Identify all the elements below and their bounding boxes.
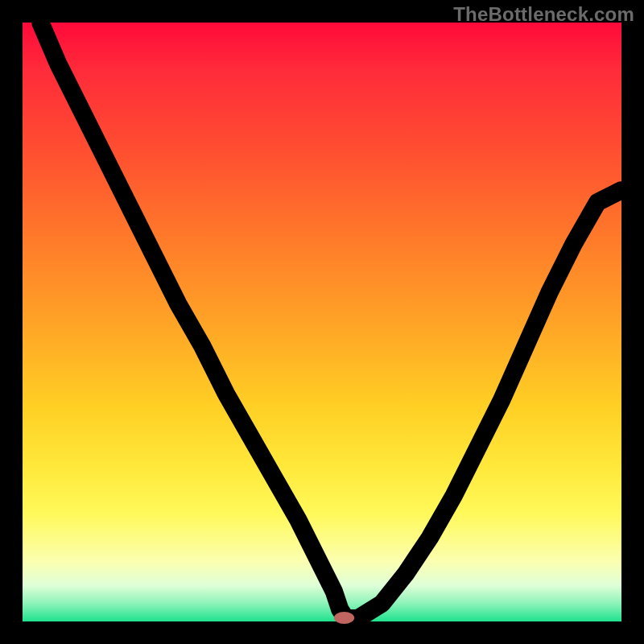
- chart-frame: TheBottleneck.com: [0, 0, 644, 644]
- curve-svg: [23, 23, 621, 621]
- optimal-point-marker: [334, 612, 354, 624]
- bottleneck-curve: [40, 23, 621, 618]
- plot-area: [23, 23, 621, 621]
